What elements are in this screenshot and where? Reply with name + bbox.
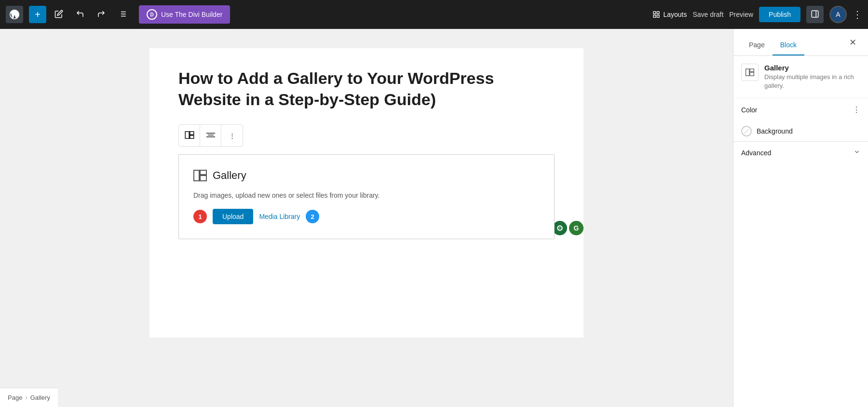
ellipsis-icon: ⋮ [853,9,862,20]
tab-page[interactable]: Page [741,35,773,55]
svg-rect-24 [746,69,749,76]
svg-rect-7 [657,12,660,14]
user-initial: A [836,11,840,18]
svg-rect-23 [200,176,206,181]
add-block-button[interactable]: + [29,6,46,23]
svg-rect-13 [190,132,193,135]
svg-rect-6 [653,12,656,14]
svg-rect-10 [812,11,818,17]
gallery-buttons: 1 Upload Media Library 2 [193,209,540,224]
block-description-label: Display multiple images in a rich galler… [764,73,860,90]
svg-rect-26 [750,72,754,76]
sidebar-tabs: Page Block ✕ [733,29,868,56]
plus-icon: + [35,9,41,20]
close-sidebar-button[interactable]: ✕ [845,33,860,52]
align-icon [206,132,215,140]
green-annotation-2: G [569,221,583,235]
tab-block[interactable]: Block [773,35,804,55]
pencil-icon [54,10,63,20]
advanced-chevron-icon[interactable] [854,149,860,157]
block-info-icon [741,64,759,81]
green-annotation-1 [553,221,567,235]
toolbar-right: Layouts Save draft Preview Publish A ⋮ [652,6,862,23]
align-button[interactable] [200,125,221,146]
more-block-options-button[interactable]: ⋮ [221,125,243,146]
breadcrumb-separator: › [25,394,27,401]
advanced-section: Advanced [733,141,868,163]
redo-icon [97,10,106,20]
svg-rect-25 [750,69,754,72]
svg-rect-22 [200,170,206,175]
gallery-view-button[interactable] [179,125,200,146]
divi-icon: D [147,9,157,20]
gallery-description: Drag images, upload new ones or select f… [193,191,540,199]
block-toolbar: ⋮ [178,124,243,147]
editor-area: How to Add a Gallery to Your WordPress W… [0,29,733,407]
step-2-badge: 2 [306,210,319,223]
color-more-button[interactable]: ⋮ [853,105,860,114]
user-avatar[interactable]: A [829,6,847,23]
edit-button[interactable] [50,6,68,23]
svg-rect-14 [190,136,193,138]
annotation-wrapper: G [553,221,583,235]
color-section-title: Color [741,106,757,114]
layouts-icon [652,11,660,18]
breadcrumb-gallery[interactable]: Gallery [30,394,50,401]
redo-button[interactable] [93,6,110,23]
svg-rect-9 [657,15,660,17]
svg-point-20 [559,228,560,229]
divi-builder-button[interactable]: D Use The Divi Builder [139,5,230,24]
right-sidebar: Page Block ✕ Gallery Display multiple im… [733,29,868,407]
block-name-label: Gallery [764,64,860,72]
background-color-circle[interactable] [741,126,752,136]
media-library-link[interactable]: Media Library [259,213,300,220]
color-section-actions: ⋮ [853,105,860,114]
target-icon [556,225,563,231]
undo-button[interactable] [71,6,89,23]
sidebar-block-info: Gallery Display multiple images in a ric… [733,56,868,98]
more-options-button[interactable]: ⋮ [853,9,862,20]
step-1-badge: 1 [193,210,207,223]
color-section-header[interactable]: Color ⋮ [733,98,868,121]
block-navigation-button[interactable] [114,6,131,23]
view-button[interactable] [806,6,824,23]
publish-button[interactable]: Publish [759,7,800,22]
list-icon [118,10,127,20]
svg-rect-21 [194,170,199,181]
color-section: Color ⋮ Background [733,98,868,141]
block-info-text: Gallery Display multiple images in a ric… [764,64,860,90]
background-color-label: Background [757,127,793,135]
upload-button[interactable]: Upload [213,209,253,224]
advanced-section-title: Advanced [741,149,771,157]
gallery-icon-small [185,131,194,140]
breadcrumb-page[interactable]: Page [8,394,22,401]
post-title[interactable]: How to Add a Gallery to Your WordPress W… [178,68,555,110]
wordpress-logo [6,6,23,23]
preview-button[interactable]: Preview [729,11,753,18]
gallery-block: Gallery Drag images, upload new ones or … [178,154,555,239]
g-icon: G [574,224,579,232]
gallery-block-icon [193,170,207,181]
background-color-item: Background [733,121,868,141]
gallery-block-header: Gallery [193,169,540,182]
gallery-block-title: Gallery [213,169,246,182]
advanced-section-header[interactable]: Advanced [733,141,868,163]
undo-icon [76,10,84,20]
main-layout: How to Add a Gallery to Your WordPress W… [0,29,868,407]
svg-rect-12 [185,132,189,138]
dots-vertical-icon: ⋮ [229,132,235,139]
sidebar-view-icon [811,10,819,20]
breadcrumb: Page › Gallery [0,388,58,407]
save-draft-button[interactable]: Save draft [692,11,723,18]
close-icon: ✕ [849,38,856,47]
layouts-button[interactable]: Layouts [652,11,687,18]
svg-rect-8 [653,15,656,17]
block-controls-wrapper: ⋮ G [178,124,555,147]
editor-content: How to Add a Gallery to Your WordPress W… [149,48,583,338]
main-toolbar: + [0,0,868,29]
